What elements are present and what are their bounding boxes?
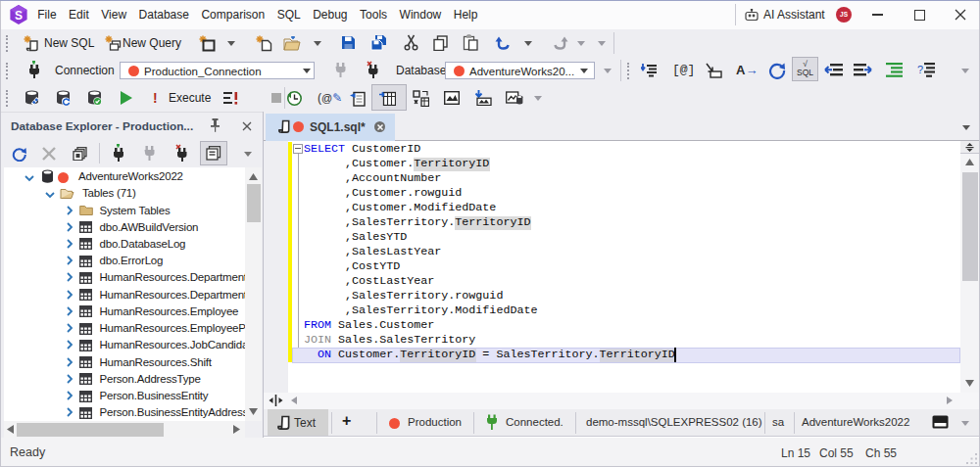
svg-text:S: S [15,9,23,23]
svg-text:?: ? [917,64,923,75]
